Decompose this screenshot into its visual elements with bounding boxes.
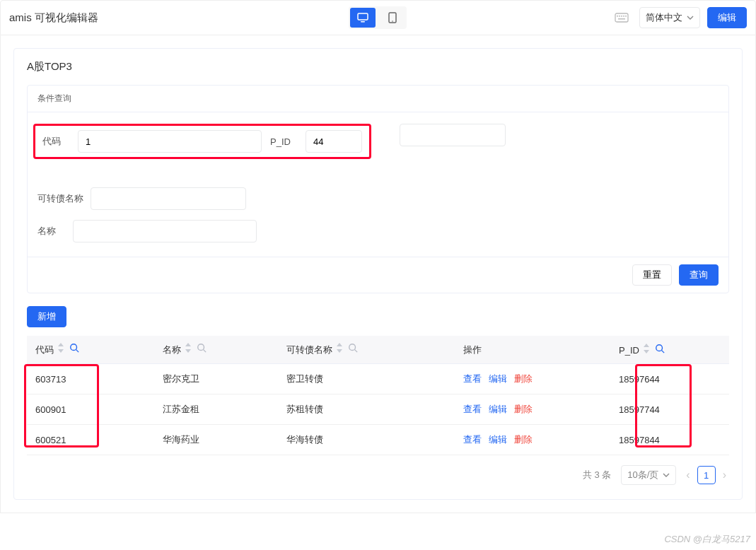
pagination: 共 3 条 10条/页 ‹ 1 › [27,455,729,486]
delete-link[interactable]: 删除 [514,373,533,384]
svg-rect-4 [615,13,628,22]
svg-point-11 [71,344,77,351]
desktop-icon [357,13,368,23]
highlight-filter-box: 代码 P_ID [33,124,371,159]
extra-input[interactable] [400,124,506,146]
cell-ops: 查看编辑删除 [455,364,610,394]
view-link[interactable]: 查看 [463,373,482,384]
page-title: A股TOP3 [14,49,742,85]
search-button[interactable]: 查询 [679,264,719,286]
svg-rect-8 [623,16,624,17]
bond-input[interactable] [91,187,246,210]
name-label: 名称 [37,225,66,238]
add-button[interactable]: 新增 [27,306,66,327]
prev-page-button[interactable]: ‹ [686,469,690,481]
name-input[interactable] [73,220,257,242]
next-page-button[interactable]: › [723,469,726,481]
code-input[interactable] [78,130,262,153]
sort-icon[interactable] [58,343,65,353]
col-pid: P_ID [619,345,639,356]
svg-rect-10 [618,18,625,20]
device-desktop-button[interactable] [350,8,376,28]
current-page[interactable]: 1 [697,466,716,484]
language-label: 简体中文 [646,11,682,24]
filter-title: 条件查询 [28,86,728,112]
code-label: 代码 [42,135,71,148]
svg-line-14 [204,350,207,353]
table-row: 603713密尔克卫密卫转债查看编辑删除18597644 [27,364,729,394]
svg-rect-5 [617,16,618,17]
svg-rect-1 [361,21,365,23]
filter-panel: 条件查询 代码 P_ID [27,85,729,293]
bond-label: 可转债名称 [37,192,83,205]
app-title: amis 可视化编辑器 [9,11,252,25]
cell-ops: 查看编辑删除 [455,394,610,425]
search-icon[interactable] [655,344,665,353]
reset-button[interactable]: 重置 [632,264,672,286]
delete-link[interactable]: 删除 [514,404,533,414]
search-icon[interactable] [69,343,79,353]
svg-rect-7 [621,16,622,17]
cell-bond: 华海转债 [278,425,455,455]
edit-link[interactable]: 编辑 [489,404,507,414]
keyboard-icon[interactable] [611,10,632,25]
edit-link[interactable]: 编辑 [489,373,507,384]
pid-input[interactable] [306,130,362,153]
svg-point-3 [392,21,394,22]
svg-rect-6 [619,16,620,17]
delete-link[interactable]: 删除 [514,434,533,445]
svg-point-17 [656,345,663,351]
svg-rect-9 [625,16,627,17]
cell-code: 603713 [27,364,154,394]
svg-point-13 [198,344,204,351]
cell-bond: 密卫转债 [278,364,455,394]
chevron-down-icon [663,473,670,477]
data-table: 代码 名称 可转债名称 操作 P_ID 603713密尔克卫密卫转债查看编辑删除… [27,336,729,455]
cell-code: 600901 [27,394,154,425]
view-link[interactable]: 查看 [463,404,482,414]
mobile-icon [388,12,397,23]
pid-label: P_ID [270,136,298,147]
col-code: 代码 [35,344,54,355]
svg-line-12 [76,350,79,353]
edit-button[interactable]: 编辑 [707,7,747,28]
svg-line-16 [355,350,358,353]
topbar: amis 可视化编辑器 简体中文 编辑 [0,0,756,35]
language-select[interactable]: 简体中文 [639,7,700,28]
page-size-select[interactable]: 10条/页 [621,465,676,485]
col-ops: 操作 [463,344,482,355]
cell-bond: 苏租转债 [278,394,455,425]
svg-line-18 [662,351,665,353]
cell-pid: 18597844 [610,425,729,455]
table-row: 600521华海药业华海转债查看编辑删除18597844 [27,425,729,455]
device-mobile-button[interactable] [380,8,405,28]
device-switcher [252,6,504,29]
cell-name: 华海药业 [154,425,278,455]
table-row: 600901江苏金租苏租转债查看编辑删除18597744 [27,394,729,425]
search-icon[interactable] [197,343,207,353]
edit-link[interactable]: 编辑 [489,434,507,445]
cell-ops: 查看编辑删除 [455,425,610,455]
svg-point-15 [349,344,356,351]
cell-name: 江苏金租 [154,394,278,425]
sort-icon[interactable] [644,344,651,353]
search-icon[interactable] [348,343,358,353]
col-bond: 可转债名称 [286,344,332,355]
sort-icon[interactable] [337,343,344,353]
cell-pid: 18597644 [610,364,729,394]
chevron-down-icon [687,16,694,20]
sort-icon[interactable] [185,343,192,353]
cell-code: 600521 [27,425,154,455]
view-link[interactable]: 查看 [463,434,482,445]
total-text: 共 3 条 [583,469,611,481]
cell-pid: 18597744 [610,394,729,425]
svg-rect-0 [358,13,368,20]
cell-name: 密尔克卫 [154,364,278,394]
col-name: 名称 [163,344,181,355]
